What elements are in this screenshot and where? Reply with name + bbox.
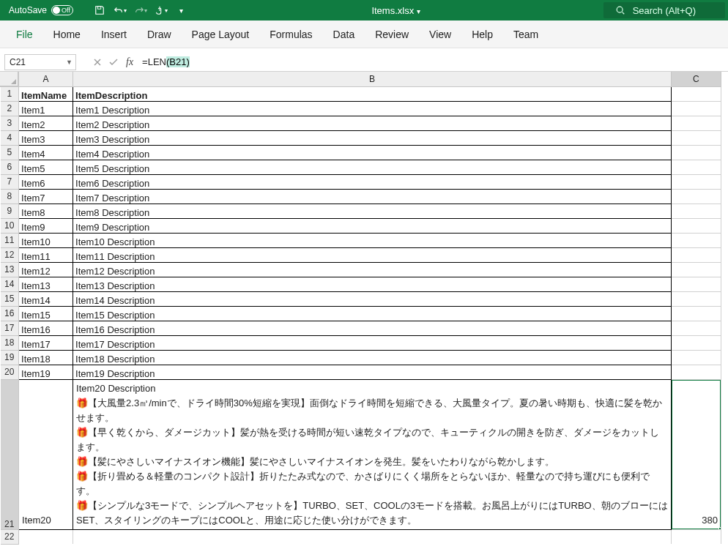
formula-input[interactable]: =LEN(B21) xyxy=(138,54,728,70)
worksheet[interactable]: A B C 1 ItemName ItemDescription 2Item1I… xyxy=(0,72,728,545)
cell[interactable]: Item6 Description xyxy=(73,174,672,189)
cell[interactable]: Item9 xyxy=(19,218,73,233)
cell[interactable] xyxy=(671,335,721,350)
row-header[interactable]: 4 xyxy=(1,130,19,145)
cell[interactable]: Item2 Description xyxy=(73,116,672,130)
cell[interactable]: Item18 xyxy=(19,350,73,365)
cell[interactable]: Item2 xyxy=(19,116,73,130)
fx-icon[interactable]: fx xyxy=(126,56,133,68)
cell[interactable]: Item4 Description xyxy=(73,145,672,160)
cell[interactable]: Item3 xyxy=(19,130,73,145)
cell[interactable]: Item16 Description xyxy=(73,321,672,335)
cell[interactable] xyxy=(671,277,721,291)
cell[interactable] xyxy=(671,321,721,335)
cell[interactable]: Item7 Description xyxy=(73,189,672,204)
save-icon[interactable] xyxy=(92,3,107,18)
cell[interactable] xyxy=(671,365,721,379)
row-header[interactable]: 9 xyxy=(1,204,19,218)
tab-data[interactable]: Data xyxy=(323,20,365,48)
cell[interactable] xyxy=(671,174,721,189)
row-header[interactable]: 16 xyxy=(1,306,19,321)
cell[interactable]: Item9 Description xyxy=(73,218,672,233)
tab-file[interactable]: File xyxy=(6,20,43,48)
tab-draw[interactable]: Draw xyxy=(137,20,182,48)
cell[interactable] xyxy=(671,116,721,130)
row-header[interactable]: 10 xyxy=(1,218,19,233)
tab-home[interactable]: Home xyxy=(43,20,91,48)
cell[interactable] xyxy=(671,218,721,233)
cell[interactable] xyxy=(671,350,721,365)
cell[interactable]: Item3 Description xyxy=(73,130,672,145)
cell[interactable]: Item17 Description xyxy=(73,335,672,350)
row-header[interactable]: 12 xyxy=(1,247,19,262)
cell[interactable]: Item16 xyxy=(19,321,73,335)
row-header[interactable]: 19 xyxy=(1,350,19,365)
tab-review[interactable]: Review xyxy=(365,20,419,48)
cell[interactable] xyxy=(671,306,721,321)
cell[interactable] xyxy=(671,101,721,116)
tab-insert[interactable]: Insert xyxy=(91,20,137,48)
select-all-corner[interactable] xyxy=(1,72,19,86)
enter-formula-icon[interactable] xyxy=(105,54,122,70)
cell[interactable]: Item13 xyxy=(19,277,73,291)
col-header-C[interactable]: C xyxy=(671,72,721,86)
search-box[interactable]: Search (Alt+Q) xyxy=(603,2,725,18)
cell[interactable]: Item4 xyxy=(19,145,73,160)
cell[interactable]: Item11 Description xyxy=(73,247,672,262)
cell[interactable]: Item18 Description xyxy=(73,350,672,365)
cell[interactable]: Item14 xyxy=(19,291,73,306)
cell[interactable]: Item13 Description xyxy=(73,277,672,291)
row-header[interactable]: 17 xyxy=(1,321,19,335)
cell[interactable]: Item6 xyxy=(19,174,73,189)
cell[interactable]: Item11 xyxy=(19,247,73,262)
cell[interactable]: Item8 xyxy=(19,204,73,218)
row-header[interactable]: 15 xyxy=(1,291,19,306)
row-header[interactable]: 6 xyxy=(1,160,19,174)
col-header-B[interactable]: B xyxy=(73,72,672,86)
cell[interactable]: Item7 xyxy=(19,189,73,204)
cell[interactable] xyxy=(671,529,721,544)
cell[interactable] xyxy=(671,262,721,277)
cell[interactable] xyxy=(671,130,721,145)
row-header[interactable]: 22 xyxy=(1,529,19,544)
tab-page-layout[interactable]: Page Layout xyxy=(182,20,260,48)
cell[interactable] xyxy=(671,189,721,204)
cell[interactable]: Item20 xyxy=(19,379,73,529)
active-cell[interactable]: 380 xyxy=(671,379,721,529)
undo-icon[interactable]: ▾ xyxy=(113,3,127,18)
cell[interactable] xyxy=(671,233,721,247)
qat-more-icon[interactable]: ▾ xyxy=(174,3,189,18)
cell[interactable]: Item10 xyxy=(19,233,73,247)
cell[interactable] xyxy=(671,247,721,262)
row-header[interactable]: 3 xyxy=(1,116,19,130)
cell[interactable]: Item12 xyxy=(19,262,73,277)
cell[interactable] xyxy=(671,86,721,101)
cell[interactable]: Item15 Description xyxy=(73,306,672,321)
fill-handle[interactable] xyxy=(718,527,721,530)
cancel-formula-icon[interactable] xyxy=(89,54,105,70)
cell[interactable] xyxy=(671,204,721,218)
tab-team[interactable]: Team xyxy=(503,20,549,48)
cell[interactable]: Item5 xyxy=(19,160,73,174)
row-header[interactable]: 20 xyxy=(1,365,19,379)
name-box[interactable]: C21 ▼ xyxy=(4,54,76,70)
cell[interactable]: Item19 xyxy=(19,365,73,379)
tab-formulas[interactable]: Formulas xyxy=(259,20,322,48)
row-header[interactable]: 7 xyxy=(1,174,19,189)
tab-help[interactable]: Help xyxy=(461,20,503,48)
name-box-dropdown-icon[interactable]: ▼ xyxy=(66,59,73,66)
cell[interactable]: Item1 xyxy=(19,101,73,116)
cell[interactable]: Item5 Description xyxy=(73,160,672,174)
cell[interactable]: Item19 Description xyxy=(73,365,672,379)
row-header[interactable]: 21 xyxy=(1,379,19,529)
cell[interactable]: Item17 xyxy=(19,335,73,350)
cell[interactable]: ItemDescription xyxy=(73,86,672,101)
redo-icon[interactable]: ▾ xyxy=(133,3,148,18)
tab-view[interactable]: View xyxy=(419,20,461,48)
row-header[interactable]: 1 xyxy=(1,86,19,101)
row-header[interactable]: 5 xyxy=(1,145,19,160)
cell[interactable]: Item12 Description xyxy=(73,262,672,277)
autosave-toggle[interactable]: AutoSave Off xyxy=(9,5,86,15)
cell[interactable] xyxy=(73,529,672,544)
cell[interactable] xyxy=(671,145,721,160)
